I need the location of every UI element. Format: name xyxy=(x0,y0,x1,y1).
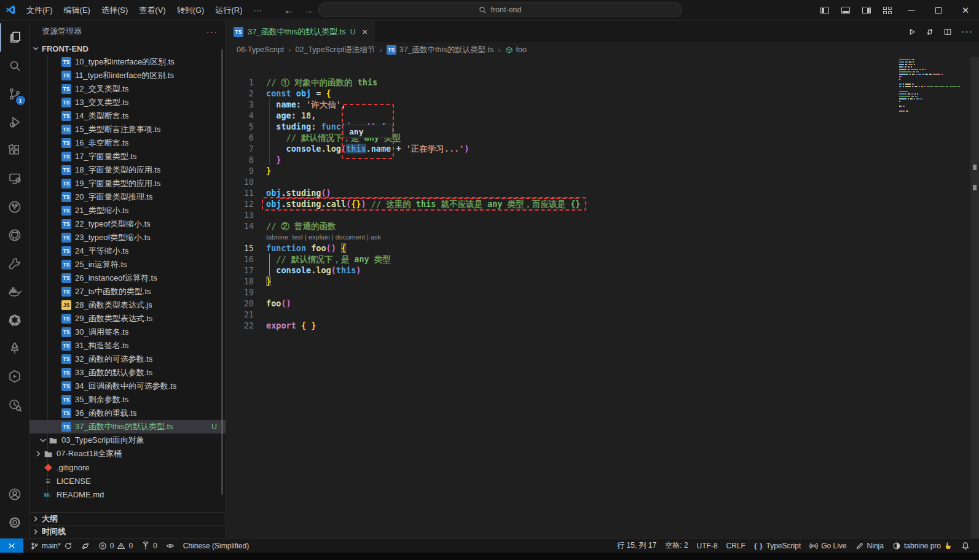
status-git-branch[interactable]: main* xyxy=(26,539,77,553)
breadcrumb-item[interactable]: 06-TypeScript xyxy=(237,45,284,54)
tree-item[interactable]: TS31_构造签名.ts xyxy=(29,339,226,352)
tree-item[interactable]: TS14_类型断言.ts xyxy=(29,109,226,123)
tree-item[interactable]: TS36_函数的重载.ts xyxy=(29,406,226,420)
code-line[interactable]: 15 function foo() { xyxy=(226,243,979,254)
code-line[interactable]: 19 xyxy=(226,287,979,298)
git-assistant-icon[interactable] xyxy=(0,193,29,221)
status-remote-indicator[interactable] xyxy=(0,539,23,553)
more-actions-icon[interactable]: ··· xyxy=(961,26,973,37)
tree-item[interactable]: TS19_字面量类型的应用.ts xyxy=(29,177,226,190)
status-cursor-position[interactable]: 行 15, 列 17 xyxy=(613,539,661,553)
tree-item[interactable]: TS18_字面量类型的应用.ts xyxy=(29,163,226,177)
code-line[interactable]: 7 console.log(this.name + '正在学习...') xyxy=(226,143,979,154)
forward-icon[interactable]: → xyxy=(304,5,313,16)
status-language-mode[interactable]: Chinese (Simplified) xyxy=(179,539,253,553)
code-line[interactable]: 16 // 默认情况下，是 any 类型 xyxy=(226,254,979,265)
code-line[interactable]: 22 export { } xyxy=(226,320,979,331)
sidebar-more-actions-icon[interactable]: ··· xyxy=(206,27,218,36)
menu-item[interactable]: 转到(G) xyxy=(171,0,210,20)
run-button[interactable] xyxy=(908,28,916,36)
remote-explorer-icon[interactable] xyxy=(0,165,29,193)
source-control-icon[interactable]: 1 xyxy=(0,80,29,108)
tree-item[interactable]: TS29_函数类型表达式.ts xyxy=(29,312,226,325)
tree-item[interactable]: JS28_函数类型表达式.js xyxy=(29,298,226,312)
minimap[interactable] xyxy=(899,59,968,113)
search-icon[interactable] xyxy=(0,52,29,80)
tree-item[interactable]: TS27_ts中函数的类型.ts xyxy=(29,285,226,298)
code-line[interactable]: 4 age: 18, xyxy=(226,110,979,121)
status-problems[interactable]: 00 xyxy=(94,539,137,553)
tree-item[interactable]: TS20_字面量类型推理.ts xyxy=(29,190,226,204)
tree-item[interactable]: TS34_回调函数中的可选参数.ts xyxy=(29,379,226,393)
status-preview[interactable] xyxy=(162,539,179,553)
minimize-button[interactable]: ─ xyxy=(898,0,925,20)
extensions-icon[interactable] xyxy=(0,136,29,165)
menu-item[interactable]: 文件(F) xyxy=(21,0,58,20)
code-editor[interactable]: 1 // ① 对象中的函数的 this 2 const obj = { 3 na… xyxy=(226,57,979,538)
menu-item[interactable]: 选择(S) xyxy=(96,0,133,20)
back-icon[interactable]: ← xyxy=(284,5,294,16)
code-line[interactable]: 8 } xyxy=(226,154,979,165)
code-line[interactable]: 17 console.log(this) xyxy=(226,265,979,276)
time-tracker-icon[interactable] xyxy=(0,391,29,419)
tree-item[interactable]: TS26_instanceof运算符.ts xyxy=(29,271,226,285)
codelens[interactable]: tabnine: test | explain | document | ask xyxy=(226,231,979,243)
tree-item[interactable]: 03_TypeScript面向对象 xyxy=(29,434,226,447)
status-notifications[interactable] xyxy=(957,539,974,553)
menu-item[interactable]: 编辑(E) xyxy=(58,0,96,20)
toggle-secondary-sidebar-icon[interactable] xyxy=(856,0,877,20)
sidebar-scrollbar[interactable] xyxy=(221,49,223,495)
tree-item[interactable]: TS11_type和interface的区别.ts xyxy=(29,69,226,82)
status-ninja[interactable]: Ninja xyxy=(851,539,888,553)
explorer-icon[interactable] xyxy=(0,23,29,52)
timeline-panel-header[interactable]: 时间线 xyxy=(29,525,226,538)
code-line[interactable]: 9 } xyxy=(226,165,979,176)
code-line[interactable]: 2 const obj = { xyxy=(226,88,979,99)
tree-item[interactable]: 07-React18全家桶 xyxy=(29,447,226,461)
tools-icon[interactable] xyxy=(0,249,29,278)
breadcrumb-item[interactable]: TS37_函数中this的默认类型.ts xyxy=(387,45,494,55)
toggle-panel-icon[interactable] xyxy=(835,0,856,20)
code-line[interactable]: 12 obj.studing.call({}) // 这里的 this 就不应该… xyxy=(226,198,979,209)
tree-item[interactable]: TS35_剩余参数.ts xyxy=(29,393,226,406)
code-line[interactable]: 5 studing: function () { xyxy=(226,121,979,132)
todo-tree-icon[interactable] xyxy=(0,334,29,362)
tree-item[interactable]: TS22_typeof类型缩小.ts xyxy=(29,217,226,231)
toggle-sidebar-icon[interactable] xyxy=(814,0,835,20)
close-button[interactable]: ✕ xyxy=(952,0,979,20)
accounts-icon[interactable] xyxy=(0,480,29,508)
code-line[interactable]: 6 // 默认情况下，是 any 类型 xyxy=(226,132,979,143)
status-eol[interactable]: CRLF xyxy=(722,539,750,553)
code-line[interactable]: 14 // ② 普通的函数 xyxy=(226,220,979,231)
menu-item[interactable]: ··· xyxy=(248,0,267,20)
code-line[interactable]: 13 xyxy=(226,209,979,220)
code-line[interactable]: 18 } xyxy=(226,276,979,287)
split-editor-icon[interactable] xyxy=(943,28,952,36)
menu-item[interactable]: 查看(V) xyxy=(133,0,171,20)
tree-item[interactable]: TS17_字面量类型.ts xyxy=(29,150,226,163)
tree-item[interactable]: TS16_非空断言.ts xyxy=(29,136,226,150)
code-line[interactable]: 20 foo() xyxy=(226,298,979,309)
outline-panel-header[interactable]: 大纲 xyxy=(29,512,226,525)
close-tab-icon[interactable]: × xyxy=(362,26,368,37)
breadcrumb-item[interactable]: 02_TypeScript语法细节 xyxy=(295,45,375,55)
tree-item[interactable]: TS10_type和interface的区别.ts xyxy=(29,55,226,69)
tree-item[interactable]: M↓README.md xyxy=(29,488,226,501)
tree-item[interactable]: TS23_typeof类型缩小.ts xyxy=(29,231,226,244)
tree-item[interactable]: TS30_调用签名.ts xyxy=(29,325,226,339)
github-icon[interactable] xyxy=(0,221,29,249)
tree-item[interactable]: .gitignore xyxy=(29,461,226,474)
docker-icon[interactable] xyxy=(0,278,29,306)
kubernetes-icon[interactable] xyxy=(0,306,29,334)
workspace-section[interactable]: FRONT-END xyxy=(29,42,226,55)
tree-item[interactable]: TS13_交叉类型.ts xyxy=(29,96,226,109)
status-indentation[interactable]: 空格: 2 xyxy=(661,539,692,553)
code-line[interactable]: 21 xyxy=(226,309,979,320)
customize-layout-icon[interactable] xyxy=(877,0,898,20)
tree-item[interactable]: TS12_交叉类型.ts xyxy=(29,82,226,96)
run-or-debug-icon[interactable] xyxy=(926,28,934,36)
menu-item[interactable]: 运行(R) xyxy=(210,0,248,20)
container-tools-icon[interactable] xyxy=(0,362,29,391)
run-and-debug-icon[interactable] xyxy=(0,108,29,136)
tree-item[interactable]: TS33_函数的默认参数.ts xyxy=(29,366,226,379)
